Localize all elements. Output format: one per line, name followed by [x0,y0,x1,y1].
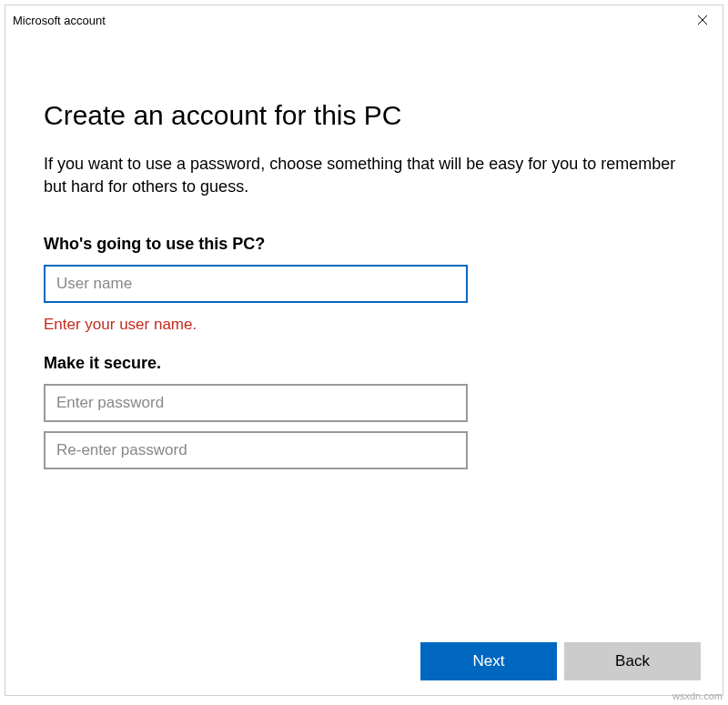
page-heading: Create an account for this PC [44,100,684,131]
username-label: Who's going to use this PC? [44,235,684,254]
confirm-password-input[interactable] [44,431,468,469]
dialog-content: Create an account for this PC If you wan… [5,35,723,469]
titlebar-title: Microsoft account [13,14,106,27]
close-button[interactable] [682,5,723,35]
username-error: Enter your user name. [44,316,684,334]
password-input[interactable] [44,384,468,422]
username-group: Who's going to use this PC? Enter your u… [44,235,684,334]
dialog-footer: Next Back [420,642,701,680]
close-icon [697,15,708,25]
titlebar: Microsoft account [5,5,723,35]
password-label: Make it secure. [44,354,684,373]
dialog-window: Microsoft account Create an account for … [5,5,723,696]
watermark: wsxdn.com [672,690,723,701]
page-description: If you want to use a password, choose so… [44,153,684,198]
next-button[interactable]: Next [420,642,557,680]
back-button[interactable]: Back [564,642,701,680]
password-group: Make it secure. [44,354,684,469]
username-input[interactable] [44,265,468,303]
